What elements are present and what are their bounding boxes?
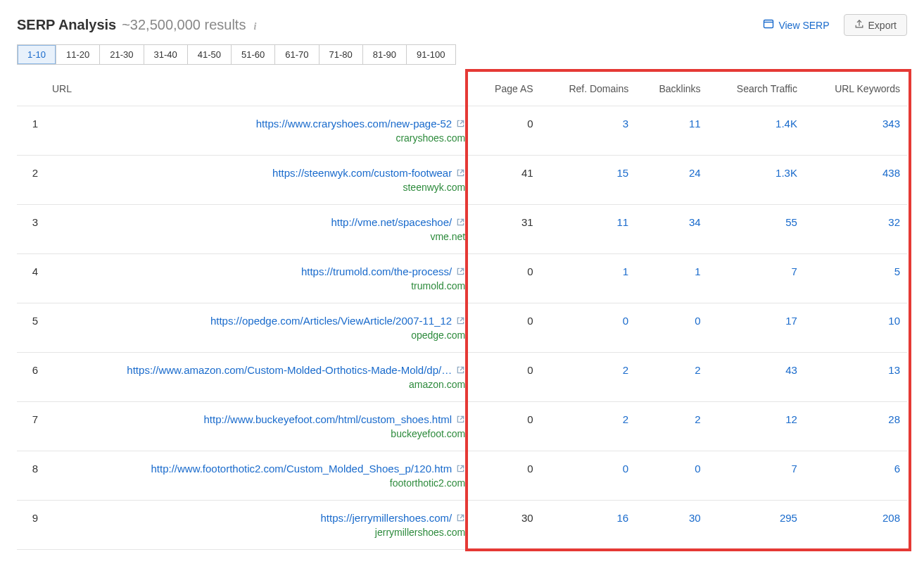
result-domain: amazon.com bbox=[52, 379, 465, 390]
range-tab-21-30[interactable]: 21-30 bbox=[100, 45, 144, 64]
rank-cell: 6 bbox=[17, 353, 45, 402]
range-tab-61-70[interactable]: 61-70 bbox=[275, 45, 319, 64]
page-as-cell: 41 bbox=[472, 156, 540, 205]
url-keywords-cell[interactable]: 28 bbox=[888, 413, 900, 425]
result-url-link[interactable]: https://www.amazon.com/Custom-Molded-Ort… bbox=[127, 364, 465, 376]
url-keywords-cell[interactable]: 10 bbox=[888, 315, 900, 327]
url-keywords-cell[interactable]: 438 bbox=[882, 167, 900, 179]
ref-domains-cell[interactable]: 16 bbox=[617, 512, 629, 524]
search-traffic-cell[interactable]: 295 bbox=[780, 512, 797, 524]
col-page-as-header[interactable]: Page AS bbox=[472, 73, 540, 106]
url-cell: https://www.amazon.com/Custom-Molded-Ort… bbox=[45, 353, 472, 402]
external-link-icon bbox=[456, 119, 465, 128]
col-url-header[interactable]: URL bbox=[45, 73, 472, 106]
url-cell: http://www.buckeyefoot.com/html/custom_s… bbox=[45, 402, 472, 451]
backlinks-cell[interactable]: 1 bbox=[695, 265, 700, 277]
result-url-link[interactable]: https://opedge.com/Articles/ViewArticle/… bbox=[210, 315, 465, 327]
range-tab-91-100[interactable]: 91-100 bbox=[407, 45, 455, 64]
ref-domains-cell[interactable]: 15 bbox=[617, 167, 629, 179]
result-url-text: https://www.craryshoes.com/new-page-52 bbox=[256, 118, 452, 130]
export-label: Export bbox=[868, 20, 897, 31]
header-left: SERP Analysis ~32,500,000 results i bbox=[17, 17, 258, 33]
range-tab-41-50[interactable]: 41-50 bbox=[188, 45, 232, 64]
info-icon[interactable]: i bbox=[251, 20, 258, 33]
col-url-keywords-header[interactable]: URL Keywords bbox=[804, 73, 907, 106]
ref-domains-cell[interactable]: 11 bbox=[617, 216, 629, 228]
url-keywords-cell[interactable]: 5 bbox=[894, 265, 900, 277]
external-link-icon bbox=[456, 365, 465, 375]
page-title: SERP Analysis bbox=[17, 17, 116, 33]
backlinks-cell[interactable]: 11 bbox=[689, 118, 701, 130]
external-link-icon bbox=[456, 415, 465, 424]
export-button[interactable]: Export bbox=[844, 14, 907, 36]
ref-domains-cell[interactable]: 2 bbox=[623, 413, 628, 425]
result-url-text: https://trumold.com/the-process/ bbox=[301, 265, 452, 277]
search-traffic-cell[interactable]: 1.3K bbox=[776, 167, 797, 179]
range-tabs: 1-1011-2021-3031-4041-5051-6061-7071-808… bbox=[17, 44, 456, 65]
range-tab-31-40[interactable]: 31-40 bbox=[144, 45, 188, 64]
table-row: 9https://jerrymillershoes.com/jerrymille… bbox=[17, 501, 907, 550]
backlinks-cell[interactable]: 0 bbox=[695, 315, 700, 327]
search-traffic-cell[interactable]: 1.4K bbox=[776, 118, 797, 130]
result-domain: vme.net bbox=[52, 231, 465, 242]
range-tab-1-10[interactable]: 1-10 bbox=[18, 45, 56, 64]
result-url-text: https://jerrymillershoes.com/ bbox=[320, 512, 452, 524]
url-cell: http://vme.net/spaceshoe/vme.net bbox=[45, 205, 472, 254]
range-tab-71-80[interactable]: 71-80 bbox=[319, 45, 363, 64]
table-row: 4https://trumold.com/the-process/trumold… bbox=[17, 254, 907, 303]
range-tab-81-90[interactable]: 81-90 bbox=[363, 45, 407, 64]
search-traffic-cell[interactable]: 12 bbox=[785, 413, 797, 425]
backlinks-cell[interactable]: 24 bbox=[689, 167, 701, 179]
range-tab-11-20[interactable]: 11-20 bbox=[56, 45, 100, 64]
search-traffic-cell[interactable]: 7 bbox=[792, 265, 797, 277]
url-keywords-cell[interactable]: 208 bbox=[882, 512, 900, 524]
ref-domains-cell[interactable]: 0 bbox=[623, 463, 628, 475]
range-tab-51-60[interactable]: 51-60 bbox=[232, 45, 275, 64]
result-domain: opedge.com bbox=[52, 330, 465, 341]
table-row: 1https://www.craryshoes.com/new-page-52c… bbox=[17, 106, 907, 156]
rank-cell: 5 bbox=[17, 303, 45, 353]
col-rank-header bbox=[17, 73, 45, 106]
svg-rect-0 bbox=[764, 20, 773, 28]
rank-cell: 4 bbox=[17, 254, 45, 303]
rank-cell: 8 bbox=[17, 451, 45, 501]
backlinks-cell[interactable]: 2 bbox=[695, 413, 700, 425]
rank-cell: 9 bbox=[17, 501, 45, 550]
table-header-row: URL Page AS Ref. Domains Backlinks Searc… bbox=[17, 73, 907, 106]
view-serp-link[interactable]: View SERP bbox=[763, 18, 829, 32]
external-link-icon bbox=[456, 218, 465, 227]
backlinks-cell[interactable]: 30 bbox=[689, 512, 701, 524]
page-as-cell: 0 bbox=[472, 451, 540, 501]
col-ref-domains-header[interactable]: Ref. Domains bbox=[540, 73, 636, 106]
search-traffic-cell[interactable]: 55 bbox=[785, 216, 797, 228]
table-row: 5https://opedge.com/Articles/ViewArticle… bbox=[17, 303, 907, 353]
result-url-link[interactable]: https://jerrymillershoes.com/ bbox=[320, 512, 465, 524]
backlinks-cell[interactable]: 0 bbox=[695, 463, 700, 475]
result-url-link[interactable]: https://steenwyk.com/custom-footwear bbox=[272, 167, 465, 179]
search-traffic-cell[interactable]: 17 bbox=[785, 315, 797, 327]
col-search-traffic-header[interactable]: Search Traffic bbox=[708, 73, 804, 106]
result-url-link[interactable]: http://www.footorthotic2.com/Custom_Mold… bbox=[151, 463, 465, 475]
url-keywords-cell[interactable]: 13 bbox=[888, 364, 900, 376]
backlinks-cell[interactable]: 34 bbox=[689, 216, 701, 228]
search-traffic-cell[interactable]: 43 bbox=[785, 364, 797, 376]
ref-domains-cell[interactable]: 2 bbox=[623, 364, 628, 376]
url-keywords-cell[interactable]: 343 bbox=[882, 118, 900, 130]
result-url-link[interactable]: https://trumold.com/the-process/ bbox=[301, 265, 465, 277]
url-cell: https://steenwyk.com/custom-footwearstee… bbox=[45, 156, 472, 205]
url-cell: https://opedge.com/Articles/ViewArticle/… bbox=[45, 303, 472, 353]
external-link-icon bbox=[456, 316, 465, 325]
ref-domains-cell[interactable]: 1 bbox=[623, 265, 628, 277]
ref-domains-cell[interactable]: 3 bbox=[623, 118, 628, 130]
rank-cell: 1 bbox=[17, 106, 45, 156]
url-keywords-cell[interactable]: 6 bbox=[894, 463, 900, 475]
result-url-link[interactable]: https://www.craryshoes.com/new-page-52 bbox=[256, 118, 465, 130]
url-keywords-cell[interactable]: 32 bbox=[888, 216, 900, 228]
page-as-cell: 30 bbox=[472, 501, 540, 550]
result-url-link[interactable]: http://www.buckeyefoot.com/html/custom_s… bbox=[204, 413, 466, 425]
backlinks-cell[interactable]: 2 bbox=[695, 364, 700, 376]
ref-domains-cell[interactable]: 0 bbox=[623, 315, 628, 327]
col-backlinks-header[interactable]: Backlinks bbox=[635, 73, 707, 106]
result-url-link[interactable]: http://vme.net/spaceshoe/ bbox=[331, 216, 465, 228]
search-traffic-cell[interactable]: 7 bbox=[792, 463, 797, 475]
